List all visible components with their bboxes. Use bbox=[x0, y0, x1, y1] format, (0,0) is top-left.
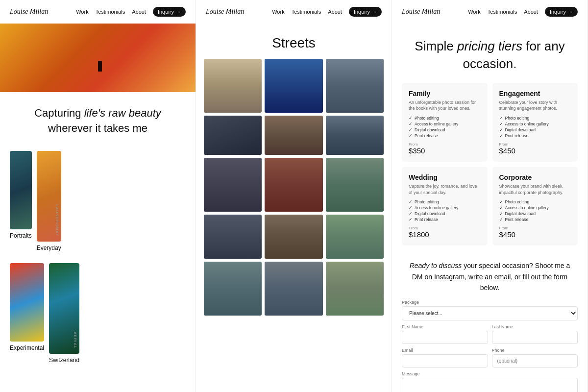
nav-testimonials-2[interactable]: Testimonials bbox=[292, 9, 321, 15]
gallery-row-2: Experimental AERIAL Switzerland bbox=[10, 263, 186, 370]
first-name-label: First Name bbox=[402, 324, 488, 329]
phone-input[interactable] bbox=[492, 354, 578, 368]
nav-links-panel1: Work Testimonials About Inquiry → bbox=[76, 7, 186, 17]
street-img-3[interactable] bbox=[326, 59, 384, 113]
pricing-card-corporate: Corporate Showcase your brand with sleek… bbox=[492, 167, 578, 245]
cta-mid2: , write an bbox=[465, 273, 494, 281]
package-label: Package bbox=[402, 300, 578, 305]
email-group: Email bbox=[402, 348, 488, 371]
check-icon: ✓ bbox=[499, 199, 503, 204]
check-icon: ✓ bbox=[409, 116, 413, 121]
wedding-title: Wedding bbox=[409, 173, 481, 181]
check-icon: ✓ bbox=[409, 211, 413, 216]
nav-links-panel2: Work Testimonials About Inquiry → bbox=[272, 7, 382, 17]
nav-cta-1[interactable]: Inquiry → bbox=[153, 7, 186, 17]
nav-cta-2[interactable]: Inquiry → bbox=[349, 7, 382, 17]
message-input[interactable] bbox=[402, 378, 578, 392]
family-feature-3: ✓Digital download bbox=[409, 127, 481, 132]
pricing-card-wedding: Wedding Capture the joy, romance, and lo… bbox=[402, 167, 488, 245]
check-icon: ✓ bbox=[499, 116, 503, 121]
street-img-10[interactable] bbox=[204, 215, 262, 259]
hero-headline: Capturing life's raw beauty wherever it … bbox=[15, 106, 181, 136]
experimental-image bbox=[10, 263, 44, 342]
corporate-price: $450 bbox=[499, 230, 571, 239]
email-input[interactable] bbox=[402, 354, 488, 368]
street-img-14[interactable] bbox=[265, 262, 322, 316]
headline-italic: life's raw beauty bbox=[84, 107, 161, 119]
nav-about-1[interactable]: About bbox=[132, 9, 146, 15]
nav-testimonials-1[interactable]: Testimonials bbox=[96, 9, 125, 15]
family-feature-2: ✓Access to online gallery bbox=[409, 122, 481, 126]
everyday-side-label: LAUNDROMAT bbox=[55, 204, 59, 236]
street-img-1[interactable] bbox=[204, 59, 262, 113]
logo-panel2: Louise Millan bbox=[206, 8, 244, 16]
nav-testimonials-3[interactable]: Testimonials bbox=[488, 9, 517, 15]
wedding-desc: Capture the joy, romance, and love of yo… bbox=[409, 183, 481, 196]
everyday-label: Everyday bbox=[37, 245, 61, 251]
family-feature-4: ✓Print release bbox=[409, 133, 481, 138]
first-name-group: First Name bbox=[402, 324, 488, 348]
last-name-label: Last Name bbox=[492, 324, 578, 329]
street-img-9[interactable] bbox=[326, 158, 384, 212]
street-img-12[interactable] bbox=[326, 215, 384, 259]
street-img-5[interactable] bbox=[265, 116, 322, 155]
check-icon: ✓ bbox=[499, 122, 503, 126]
gallery-item-switzerland[interactable]: AERIAL Switzerland bbox=[49, 263, 79, 370]
portrait-label: Portraits bbox=[10, 232, 32, 239]
pricing-cta: Ready to discuss your special occasion? … bbox=[392, 253, 588, 300]
nav-panel1: Louise Millan Work Testimonials About In… bbox=[0, 0, 196, 24]
check-icon: ✓ bbox=[409, 217, 413, 222]
pricing-headline-start: Simple bbox=[415, 39, 457, 53]
package-select[interactable]: Please select... bbox=[402, 306, 578, 320]
street-img-4[interactable] bbox=[204, 116, 262, 155]
gallery-item-everyday[interactable]: LAUNDROMAT Everyday bbox=[37, 151, 61, 258]
check-icon: ✓ bbox=[409, 199, 413, 204]
last-name-input[interactable] bbox=[492, 331, 578, 344]
nav-work-3[interactable]: Work bbox=[468, 9, 480, 15]
nav-work-2[interactable]: Work bbox=[272, 9, 284, 15]
check-icon: ✓ bbox=[409, 133, 413, 138]
street-img-15[interactable] bbox=[326, 262, 384, 316]
nav-panel3: Louise Millan Work Testimonials About In… bbox=[392, 0, 588, 24]
message-label: Message bbox=[402, 371, 578, 376]
street-img-11[interactable] bbox=[265, 215, 322, 259]
nav-about-2[interactable]: About bbox=[328, 9, 342, 15]
first-name-input[interactable] bbox=[402, 331, 488, 344]
corporate-feature-1: ✓Photo editing bbox=[499, 199, 571, 204]
logo-panel1: Louise Millan bbox=[10, 8, 48, 16]
experimental-label: Experimental bbox=[10, 344, 44, 351]
corporate-from: From bbox=[499, 226, 571, 230]
gallery-item-portraits[interactable]: Portraits bbox=[10, 151, 32, 258]
streets-grid bbox=[196, 59, 392, 316]
street-img-6[interactable] bbox=[326, 116, 384, 155]
engagement-feature-1: ✓Photo editing bbox=[499, 116, 571, 121]
street-img-13[interactable] bbox=[204, 262, 262, 316]
nav-about-3[interactable]: About bbox=[524, 9, 538, 15]
gallery-row-1: Portraits LAUNDROMAT Everyday bbox=[10, 151, 186, 258]
wedding-feature-3: ✓Digital download bbox=[409, 211, 481, 216]
everyday-image: LAUNDROMAT bbox=[37, 151, 61, 242]
wedding-price: $1800 bbox=[409, 230, 481, 239]
portrait-image bbox=[10, 151, 32, 229]
family-from: From bbox=[409, 142, 481, 147]
gallery-item-experimental[interactable]: Experimental bbox=[10, 263, 44, 370]
check-icon: ✓ bbox=[499, 127, 503, 132]
cta-instagram-link[interactable]: Instagram bbox=[434, 273, 465, 281]
phone-label: Phone bbox=[492, 348, 578, 353]
gallery-row-3 bbox=[10, 375, 186, 392]
nav-links-panel3: Work Testimonials About Inquiry → bbox=[468, 7, 578, 17]
street-img-2[interactable] bbox=[265, 59, 322, 113]
check-icon: ✓ bbox=[499, 211, 503, 216]
street-img-8[interactable] bbox=[265, 158, 322, 212]
family-desc: An unforgettable photo session for the b… bbox=[409, 99, 481, 112]
hero-image bbox=[0, 24, 196, 92]
nav-cta-3[interactable]: Inquiry → bbox=[545, 7, 578, 17]
logo-panel3: Louise Millan bbox=[402, 8, 440, 16]
pricing-headline: Simple pricing tiers for any occasion. bbox=[392, 24, 588, 83]
street-img-7[interactable] bbox=[204, 158, 262, 212]
cta-email-link[interactable]: email bbox=[494, 273, 511, 281]
pricing-card-engagement: Engagement Celebrate your love story wit… bbox=[492, 83, 578, 162]
headline-end: wherever it takes me bbox=[48, 122, 147, 134]
engagement-feature-3: ✓Digital download bbox=[499, 127, 571, 132]
nav-work-1[interactable]: Work bbox=[76, 9, 88, 15]
